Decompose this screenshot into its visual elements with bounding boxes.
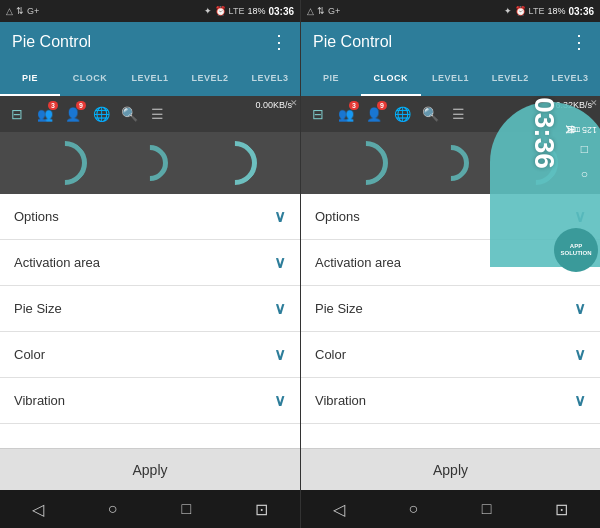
tab-level3-left[interactable]: LEVEL3 bbox=[240, 62, 300, 96]
recents-icon-right[interactable]: □ bbox=[482, 500, 492, 518]
recents-icon-left[interactable]: □ bbox=[181, 500, 191, 518]
status-right-icons: ✦ ⏰ LTE 18% 03:36 bbox=[204, 6, 294, 17]
pie-arc-2 bbox=[125, 138, 176, 189]
nav-bar-right: ◁ ○ □ ⊡ bbox=[301, 490, 600, 528]
title-right: Pie Control bbox=[313, 33, 392, 51]
globe-icon[interactable]: 🌐 bbox=[90, 103, 112, 125]
settings-color-left[interactable]: Color ∨ bbox=[0, 332, 300, 378]
options-label-left: Options bbox=[14, 209, 59, 224]
chevron-activation-left: ∨ bbox=[274, 253, 286, 272]
home-icon-left[interactable]: ○ bbox=[108, 500, 118, 518]
options-label-right: Options bbox=[315, 209, 360, 224]
pie-arc-r2 bbox=[425, 138, 476, 189]
settings-activation-left[interactable]: Activation area ∨ bbox=[0, 240, 300, 286]
color-label-left: Color bbox=[14, 347, 45, 362]
badge-users2-right: 9 bbox=[377, 101, 387, 110]
status-right-icons-right: ✦ ⏰ LTE 18% 03:36 bbox=[504, 6, 594, 17]
tab-pie-right[interactable]: PIE bbox=[301, 62, 361, 96]
right-panel: △ ⇅ G+ ✦ ⏰ LTE 18% 03:36 Pie Control ⋮ P… bbox=[300, 0, 600, 528]
settings-list-left: Options ∨ Activation area ∨ Pie Size ∨ C… bbox=[0, 194, 300, 448]
chevron-options-right: ∨ bbox=[574, 207, 586, 226]
signal-icon-right: ⇅ bbox=[317, 6, 325, 16]
chevron-vibration-right: ∨ bbox=[574, 391, 586, 410]
piesize-label-right: Pie Size bbox=[315, 301, 363, 316]
badge-users2-left: 9 bbox=[76, 101, 86, 110]
tab-pie-left[interactable]: PIE bbox=[0, 62, 60, 96]
globe-icon-right[interactable]: 🌐 bbox=[391, 103, 413, 125]
apply-label-right: Apply bbox=[433, 462, 468, 478]
apply-button-right[interactable]: Apply bbox=[301, 448, 600, 490]
users-icon-1-right[interactable]: 👥 3 bbox=[335, 103, 357, 125]
settings-vibration-right[interactable]: Vibration ∨ bbox=[301, 378, 600, 424]
chevron-vibration-left: ∨ bbox=[274, 391, 286, 410]
screenshot-icon-right[interactable]: ⊡ bbox=[555, 500, 568, 519]
clock-icon-s: ⏰ bbox=[215, 6, 226, 16]
chevron-options-left: ∨ bbox=[274, 207, 286, 226]
tab-level1-right[interactable]: LEVEL1 bbox=[421, 62, 481, 96]
menu-dots-right[interactable]: ☰ bbox=[447, 103, 469, 125]
chevron-color-left: ∨ bbox=[274, 345, 286, 364]
tab-level1-left[interactable]: LEVEL1 bbox=[120, 62, 180, 96]
time-right: 03:36 bbox=[568, 6, 594, 17]
chevron-piesize-left: ∨ bbox=[274, 299, 286, 318]
tab-clock-right[interactable]: CLOCK bbox=[361, 62, 421, 96]
settings-options-right[interactable]: Options ∨ bbox=[301, 194, 600, 240]
clock-icon-right: ⏰ bbox=[515, 6, 526, 16]
battery-left: 18% bbox=[247, 6, 265, 16]
back-icon-right[interactable]: ◁ bbox=[333, 500, 345, 519]
users-icon-2-right[interactable]: 👤 9 bbox=[363, 103, 385, 125]
bookmark-icon[interactable]: ⊟ bbox=[6, 103, 28, 125]
g-icon: G+ bbox=[27, 6, 39, 16]
menu-icon-left[interactable]: ⋮ bbox=[270, 33, 288, 51]
settings-options-left[interactable]: Options ∨ bbox=[0, 194, 300, 240]
speed-label-right: 36.32KB/s bbox=[550, 100, 592, 110]
status-bar-left: △ ⇅ G+ ✦ ⏰ LTE 18% 03:36 bbox=[0, 0, 300, 22]
status-left-icons: △ ⇅ G+ bbox=[6, 6, 39, 16]
bookmark-icon-right[interactable]: ⊟ bbox=[307, 103, 329, 125]
g-icon-right: G+ bbox=[328, 6, 340, 16]
bt-icon: ✦ bbox=[204, 6, 212, 16]
settings-piesize-right[interactable]: Pie Size ∨ bbox=[301, 286, 600, 332]
users-icon-2[interactable]: 👤 9 bbox=[62, 103, 84, 125]
tab-level3-right[interactable]: LEVEL3 bbox=[540, 62, 600, 96]
tab-clock-left[interactable]: CLOCK bbox=[60, 62, 120, 96]
tab-level2-left[interactable]: LEVEL2 bbox=[180, 62, 240, 96]
speed-label-left: 0.00KB/s bbox=[255, 100, 292, 110]
apply-button-left[interactable]: Apply bbox=[0, 448, 300, 490]
badge-users1-left: 3 bbox=[48, 101, 58, 110]
pie-arc-1 bbox=[34, 132, 96, 194]
activation-label-right: Activation area bbox=[315, 255, 401, 270]
screenshot-icon-left[interactable]: ⊡ bbox=[255, 500, 268, 519]
home-icon-right[interactable]: ○ bbox=[408, 500, 418, 518]
pie-preview-right bbox=[301, 132, 600, 194]
nav-bar-left: ◁ ○ □ ⊡ bbox=[0, 490, 300, 528]
status-bar-right: △ ⇅ G+ ✦ ⏰ LTE 18% 03:36 bbox=[301, 0, 600, 22]
wifi-icon: △ bbox=[6, 6, 13, 16]
tab-level2-right[interactable]: LEVEL2 bbox=[480, 62, 540, 96]
piesize-label-left: Pie Size bbox=[14, 301, 62, 316]
settings-activation-right[interactable]: Activation area ∨ bbox=[301, 240, 600, 286]
badge-users1-right: 3 bbox=[349, 101, 359, 110]
vibration-label-right: Vibration bbox=[315, 393, 366, 408]
time-left: 03:36 bbox=[268, 6, 294, 17]
settings-piesize-left[interactable]: Pie Size ∨ bbox=[0, 286, 300, 332]
browser-bar-left: ✕ ⊟ 👥 3 👤 9 🌐 🔍 ☰ 0.00KB/s bbox=[0, 96, 300, 132]
pie-arc-3 bbox=[204, 132, 266, 194]
menu-icon-right[interactable]: ⋮ bbox=[570, 33, 588, 51]
search-icon-right[interactable]: 🔍 bbox=[419, 103, 441, 125]
settings-color-right[interactable]: Color ∨ bbox=[301, 332, 600, 378]
activation-label-left: Activation area bbox=[14, 255, 100, 270]
chevron-color-right: ∨ bbox=[574, 345, 586, 364]
browser-bar-right: ✕ ⊟ 👥 3 👤 9 🌐 🔍 ☰ 36.32KB/s bbox=[301, 96, 600, 132]
menu-dots-left[interactable]: ☰ bbox=[146, 103, 168, 125]
search-icon-left[interactable]: 🔍 bbox=[118, 103, 140, 125]
title-bar-left: Pie Control ⋮ bbox=[0, 22, 300, 62]
back-icon-left[interactable]: ◁ bbox=[32, 500, 44, 519]
users-icon-1[interactable]: 👥 3 bbox=[34, 103, 56, 125]
apply-label-left: Apply bbox=[132, 462, 167, 478]
battery-right: 18% bbox=[547, 6, 565, 16]
settings-list-right: Options ∨ Activation area ∨ Pie Size ∨ C… bbox=[301, 194, 600, 448]
lte-icon-right: LTE bbox=[529, 6, 545, 16]
tab-bar-left: PIE CLOCK LEVEL1 LEVEL2 LEVEL3 bbox=[0, 62, 300, 96]
settings-vibration-left[interactable]: Vibration ∨ bbox=[0, 378, 300, 424]
